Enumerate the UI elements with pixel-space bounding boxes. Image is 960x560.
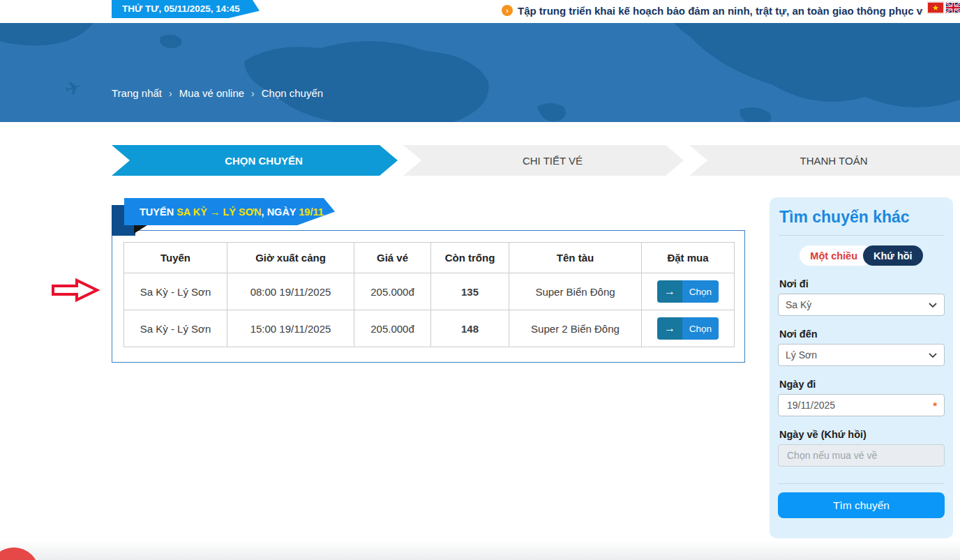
to-label: Nơi đến <box>779 328 943 340</box>
depart-date-field[interactable]: * <box>778 394 945 416</box>
col-route: Tuyến <box>124 243 227 273</box>
from-select[interactable]: Sa Kỳ <box>778 294 945 316</box>
depart-date-label: Ngày đi <box>779 379 943 390</box>
col-ship-name: Tên tàu <box>509 243 642 273</box>
depart-date-input[interactable] <box>786 399 933 411</box>
arrow-right-icon: → <box>657 280 682 303</box>
step-label: THANH TOÁN <box>800 155 868 167</box>
datetime-text: THỨ TƯ, 05/11/2025, 14:45 <box>122 3 240 14</box>
col-seats-left: Còn trống <box>431 243 509 273</box>
choose-label: Chọn <box>682 317 719 340</box>
step-tab-ticket-details[interactable]: CHI TIẾT VÉ <box>403 145 684 176</box>
breadcrumb-buy-online[interactable]: Mua vé online <box>179 87 244 99</box>
table-row: Sa Kỳ - Lý Sơn 15:00 19/11/2025 205.000đ… <box>124 310 735 347</box>
top-bar: THỨ TƯ, 05/11/2025, 14:45 › Tập trung tr… <box>0 0 960 23</box>
return-date-input[interactable] <box>786 449 937 462</box>
datetime-banner: THỨ TƯ, 05/11/2025, 14:45 <box>112 0 260 18</box>
route-banner-mid: , NGÀY <box>262 206 299 218</box>
col-buy: Đặt mua <box>642 243 735 273</box>
step-tab-payment[interactable]: THANH TOÁN <box>689 145 960 176</box>
breadcrumb-current: Chọn chuyến <box>262 87 323 99</box>
trip-price: 205.000đ <box>354 273 431 310</box>
plane-icon: ✈ <box>62 75 84 100</box>
trip-time: 08:00 19/11/2025 <box>227 273 354 310</box>
trip-seats: 135 <box>431 273 509 310</box>
trip-seats: 148 <box>431 310 509 347</box>
choose-label: Chọn <box>682 280 719 303</box>
announcement-ticker[interactable]: › Tập trung triển khai kế hoạch bảo đảm … <box>502 3 923 18</box>
uk-flag-icon[interactable] <box>946 2 960 13</box>
chevron-right-icon: › <box>169 88 172 99</box>
choose-trip-button[interactable]: → Chọn <box>657 317 719 340</box>
chevron-down-icon <box>929 303 937 308</box>
trips-table: Tuyến Giờ xuất cảng Giá vé Còn trống Tên… <box>123 242 735 347</box>
oneway-label: Một chiều <box>810 250 857 262</box>
trip-price: 205.000đ <box>354 310 431 347</box>
trip-ship: Super Biển Đông <box>509 273 642 310</box>
search-trips-button[interactable]: Tìm chuyến <box>778 492 945 518</box>
announcement-icon: › <box>502 5 513 16</box>
required-asterisk-icon: * <box>933 400 937 411</box>
divider <box>779 483 944 484</box>
page: THỨ TƯ, 05/11/2025, 14:45 › Tập trung tr… <box>0 0 960 560</box>
col-price: Giá vé <box>354 243 431 273</box>
trip-route: Sa Kỳ - Lý Sơn <box>124 273 227 310</box>
search-sidebar: Tìm chuyến khác Một chiều Khứ hồi Nơi đi… <box>770 197 953 538</box>
breadcrumb: Trang nhất › Mua vé online › Chọn chuyến <box>112 87 323 99</box>
roundtrip-toggle[interactable]: Khứ hồi <box>863 245 923 266</box>
route-banner-prefix: TUYẾN <box>140 206 177 218</box>
step-tab-choose-trip[interactable]: CHỌN CHUYẾN <box>112 145 398 176</box>
world-map: ✈ <box>0 23 960 122</box>
trip-type-toggle: Một chiều Khứ hồi <box>778 245 945 266</box>
announcement-text[interactable]: Tập trung triển khai kế hoạch bảo đảm an… <box>518 5 923 17</box>
return-date-label: Ngày về (Khứ hồi) <box>779 429 943 440</box>
step-label: CHỌN CHUYẾN <box>225 155 303 167</box>
col-departure-time: Giờ xuất cảng <box>227 243 354 273</box>
chevron-right-icon: › <box>251 88 255 99</box>
oneway-toggle[interactable]: Một chiều <box>800 245 873 266</box>
choose-trip-button[interactable]: → Chọn <box>657 280 719 303</box>
route-banner: TUYẾN SA KỲ → LÝ SƠN, NGÀY 19/11 <box>124 198 335 225</box>
breadcrumb-home[interactable]: Trang nhất <box>112 87 162 99</box>
trip-ship: Super 2 Biển Đông <box>509 310 642 347</box>
arrow-right-icon: → <box>657 317 682 340</box>
from-label: Nơi đi <box>779 278 943 289</box>
chevron-down-icon <box>929 353 937 358</box>
divider <box>779 235 944 236</box>
table-row: Sa Kỳ - Lý Sơn 08:00 19/11/2025 205.000đ… <box>124 273 735 310</box>
return-date-field[interactable] <box>778 444 945 467</box>
route-banner-route: SA KỲ → LÝ SƠN <box>177 206 261 218</box>
from-value: Sa Kỳ <box>786 299 811 310</box>
trip-results-panel: Tuyến Giờ xuất cảng Giá vé Còn trống Tên… <box>112 230 745 363</box>
table-header-row: Tuyến Giờ xuất cảng Giá vé Còn trống Tên… <box>124 243 735 273</box>
to-value: Lý Sơn <box>786 349 817 361</box>
step-label: CHI TIẾT VÉ <box>523 155 583 167</box>
vietnam-flag-icon[interactable] <box>928 2 943 13</box>
red-annotation-arrow-icon <box>50 277 100 303</box>
to-select[interactable]: Lý Sơn <box>778 344 945 366</box>
roundtrip-label: Khứ hồi <box>873 250 913 262</box>
sidebar-title: Tìm chuyến khác <box>779 208 943 227</box>
trip-time: 15:00 19/11/2025 <box>227 310 354 347</box>
route-banner-date: 19/11 <box>299 206 324 218</box>
bottom-fade <box>0 540 960 560</box>
trip-route: Sa Kỳ - Lý Sơn <box>124 310 227 347</box>
header-banner: ✈ Trang nhất › Mua vé online › Chọn chuy… <box>0 23 960 122</box>
